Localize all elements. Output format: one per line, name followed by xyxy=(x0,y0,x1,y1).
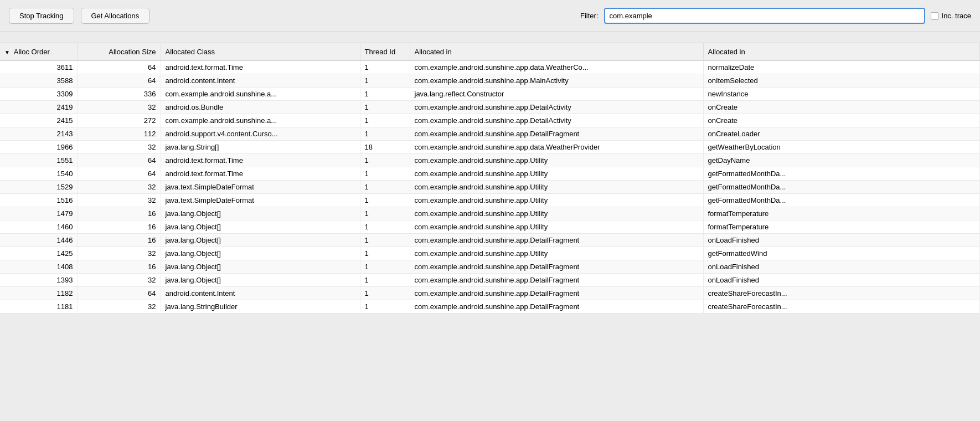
header-row: ▼ Alloc Order Allocation Size Allocated … xyxy=(0,43,980,61)
cell-allocated-class: android.text.format.Time xyxy=(161,61,360,74)
cell-allocation-size: 16 xyxy=(78,234,161,247)
cell-alloc-order: 1446 xyxy=(0,234,78,247)
cell-allocated-in-2: getDayName xyxy=(703,154,980,167)
cell-allocation-size: 336 xyxy=(78,88,161,101)
table-row[interactable]: 147916java.lang.Object[]1com.example.and… xyxy=(0,207,980,220)
col-header-allocation-size-label: Allocation Size xyxy=(109,48,156,56)
cell-allocation-size: 112 xyxy=(78,127,161,141)
table-row[interactable]: 146016java.lang.Object[]1com.example.and… xyxy=(0,220,980,234)
stop-tracking-button[interactable]: Stop Tracking xyxy=(9,8,74,24)
cell-allocated-in-1: com.example.android.sunshine.app.data.We… xyxy=(410,141,703,154)
inc-trace-label: Inc. trace xyxy=(942,12,971,20)
cell-thread-id: 1 xyxy=(360,194,410,207)
inc-trace-checkbox[interactable] xyxy=(931,12,938,20)
col-header-alloc-order-label: Alloc Order xyxy=(14,48,50,56)
cell-alloc-order: 1425 xyxy=(0,247,78,260)
table-body: 361164android.text.format.Time1com.examp… xyxy=(0,61,980,314)
cell-allocated-in-2: onLoadFinished xyxy=(703,274,980,287)
table-row[interactable]: 151632java.text.SimpleDateFormat1com.exa… xyxy=(0,194,980,207)
col-header-thread-id[interactable]: Thread Id xyxy=(360,43,410,61)
filter-label: Filter: xyxy=(580,12,599,20)
col-header-thread-id-label: Thread Id xyxy=(365,48,396,56)
col-header-allocated-in-1[interactable]: Allocated in xyxy=(410,43,703,61)
cell-allocated-in-2: onLoadFinished xyxy=(703,234,980,247)
table-row[interactable]: 140816java.lang.Object[]1com.example.and… xyxy=(0,260,980,274)
cell-allocated-in-2: newInstance xyxy=(703,88,980,101)
cell-allocated-in-1: com.example.android.sunshine.app.DetailF… xyxy=(410,287,703,300)
cell-allocated-in-1: com.example.android.sunshine.app.DetailF… xyxy=(410,274,703,287)
table-row[interactable]: 118132java.lang.StringBuilder1com.exampl… xyxy=(0,300,980,314)
sort-arrow-icon: ▼ xyxy=(4,49,10,55)
cell-allocated-in-1: com.example.android.sunshine.app.Utility xyxy=(410,167,703,181)
cell-alloc-order: 1529 xyxy=(0,181,78,194)
cell-allocated-in-1: com.example.android.sunshine.app.DetailF… xyxy=(410,300,703,314)
col-header-allocated-in-2[interactable]: Allocated in xyxy=(703,43,980,61)
cell-allocated-class: java.lang.Object[] xyxy=(161,260,360,274)
table-row[interactable]: 144616java.lang.Object[]1com.example.and… xyxy=(0,234,980,247)
cell-allocated-in-2: onLoadFinished xyxy=(703,260,980,274)
table-row[interactable]: 2415272com.example.android.sunshine.a...… xyxy=(0,114,980,127)
cell-allocated-in-2: getWeatherByLocation xyxy=(703,141,980,154)
cell-allocated-class: android.text.format.Time xyxy=(161,167,360,181)
cell-allocation-size: 64 xyxy=(78,167,161,181)
cell-allocated-in-2: onCreate xyxy=(703,114,980,127)
table-row[interactable]: 361164android.text.format.Time1com.examp… xyxy=(0,61,980,74)
cell-alloc-order: 1966 xyxy=(0,141,78,154)
cell-alloc-order: 3611 xyxy=(0,61,78,74)
cell-allocation-size: 64 xyxy=(78,154,161,167)
cell-thread-id: 1 xyxy=(360,61,410,74)
table-row[interactable]: 118264android.content.Intent1com.example… xyxy=(0,287,980,300)
cell-alloc-order: 1516 xyxy=(0,194,78,207)
cell-allocated-in-1: com.example.android.sunshine.app.Utility xyxy=(410,220,703,234)
cell-allocation-size: 32 xyxy=(78,274,161,287)
cell-allocated-in-2: createShareForecastIn... xyxy=(703,287,980,300)
filter-input[interactable] xyxy=(604,8,925,24)
col-header-alloc-order[interactable]: ▼ Alloc Order xyxy=(0,43,78,61)
table-row[interactable]: 142532java.lang.Object[]1com.example.and… xyxy=(0,247,980,260)
cell-allocation-size: 32 xyxy=(78,247,161,260)
cell-allocation-size: 64 xyxy=(78,74,161,88)
cell-alloc-order: 1460 xyxy=(0,220,78,234)
table-row[interactable]: 3309336com.example.android.sunshine.a...… xyxy=(0,88,980,101)
col-header-allocated-class[interactable]: Allocated Class xyxy=(161,43,360,61)
table-row[interactable]: 358864android.content.Intent1com.example… xyxy=(0,74,980,88)
col-header-allocated-class-label: Allocated Class xyxy=(166,48,215,56)
cell-allocated-in-1: com.example.android.sunshine.app.data.We… xyxy=(410,61,703,74)
cell-alloc-order: 1393 xyxy=(0,274,78,287)
cell-allocation-size: 32 xyxy=(78,181,161,194)
cell-allocated-in-1: com.example.android.sunshine.app.DetailA… xyxy=(410,101,703,114)
cell-allocated-class: java.text.SimpleDateFormat xyxy=(161,194,360,207)
cell-thread-id: 1 xyxy=(360,247,410,260)
table-row[interactable]: 2143112android.support.v4.content.Curso.… xyxy=(0,127,980,141)
table-row[interactable]: 241932android.os.Bundle1com.example.andr… xyxy=(0,101,980,114)
col-header-allocation-size[interactable]: Allocation Size xyxy=(78,43,161,61)
cell-allocated-class: java.lang.StringBuilder xyxy=(161,300,360,314)
cell-alloc-order: 1551 xyxy=(0,154,78,167)
cell-allocated-in-2: onItemSelected xyxy=(703,74,980,88)
cell-allocated-in-1: com.example.android.sunshine.app.Utility xyxy=(410,154,703,167)
table-row[interactable]: 152932java.text.SimpleDateFormat1com.exa… xyxy=(0,181,980,194)
cell-thread-id: 1 xyxy=(360,181,410,194)
cell-alloc-order: 1182 xyxy=(0,287,78,300)
cell-thread-id: 1 xyxy=(360,101,410,114)
cell-allocated-in-2: formatTemperature xyxy=(703,220,980,234)
cell-thread-id: 1 xyxy=(360,207,410,220)
cell-thread-id: 1 xyxy=(360,260,410,274)
table-row[interactable]: 155164android.text.format.Time1com.examp… xyxy=(0,154,980,167)
cell-alloc-order: 2415 xyxy=(0,114,78,127)
cell-allocated-class: java.lang.Object[] xyxy=(161,247,360,260)
table-row[interactable]: 139332java.lang.Object[]1com.example.and… xyxy=(0,274,980,287)
cell-alloc-order: 1408 xyxy=(0,260,78,274)
cell-allocation-size: 272 xyxy=(78,114,161,127)
cell-allocated-class: android.os.Bundle xyxy=(161,101,360,114)
table-row[interactable]: 154064android.text.format.Time1com.examp… xyxy=(0,167,980,181)
cell-allocation-size: 32 xyxy=(78,141,161,154)
cell-allocated-in-2: onCreate xyxy=(703,101,980,114)
table-row[interactable]: 196632java.lang.String[]18com.example.an… xyxy=(0,141,980,154)
cell-thread-id: 1 xyxy=(360,234,410,247)
get-allocations-button[interactable]: Get Allocations xyxy=(81,8,150,24)
cell-allocation-size: 16 xyxy=(78,220,161,234)
col-header-allocated-in-2-label: Allocated in xyxy=(708,48,745,56)
cell-allocation-size: 16 xyxy=(78,207,161,220)
cell-thread-id: 1 xyxy=(360,300,410,314)
